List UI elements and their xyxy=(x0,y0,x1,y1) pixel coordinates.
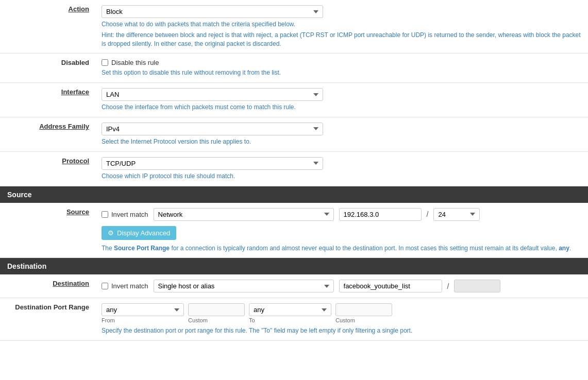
dest-port-to-select[interactable]: any HTTP HTTPS FTP xyxy=(249,303,331,316)
source-network-type-select[interactable]: Network Single host or alias Any LAN net… xyxy=(154,208,334,221)
disabled-label: Disabled xyxy=(61,59,89,66)
protocol-help: Choose which IP protocol this rule shoul… xyxy=(102,172,582,181)
source-section-header: Source xyxy=(0,186,588,203)
dest-port-to-custom[interactable] xyxy=(335,303,392,316)
address-family-select[interactable]: IPv4 IPv6 IPv4+IPv6 xyxy=(102,123,323,135)
protocol-select[interactable]: TCP/UDP TCP UDP ICMP Any xyxy=(102,157,323,170)
destination-type-select[interactable]: Single host or alias Network Any LAN net… xyxy=(154,280,334,292)
source-port-help-cont: this setting must remain at its default … xyxy=(439,245,571,252)
source-port-range-bold: Source Port Range xyxy=(114,245,170,252)
destination-cidr-select[interactable]: 8 16 24 32 xyxy=(454,280,500,292)
disable-rule-checkbox[interactable] xyxy=(102,59,108,66)
dest-port-to-label: To xyxy=(249,317,255,323)
destination-row-label: Destination xyxy=(53,280,89,287)
dest-port-custom-to-label: Custom xyxy=(335,317,355,323)
destination-invert-checkbox[interactable] xyxy=(102,283,108,289)
dest-port-from-label: From xyxy=(102,317,115,323)
dest-port-custom-from-label: Custom xyxy=(188,317,208,323)
source-port-help: The Source Port Range for a connection i… xyxy=(102,244,582,253)
action-help2: Hint: the difference between block and r… xyxy=(102,31,582,48)
protocol-label: Protocol xyxy=(62,157,89,165)
address-family-label: Address Family xyxy=(39,123,89,130)
gear-icon: ⚙ xyxy=(108,229,114,237)
source-ip-input[interactable] xyxy=(339,208,422,221)
action-label: Action xyxy=(69,5,89,13)
destination-slash: / xyxy=(447,282,449,290)
display-advanced-label: Display Advanced xyxy=(117,229,170,237)
dest-port-from-select[interactable]: any HTTP HTTPS FTP xyxy=(102,303,184,316)
disabled-help: Set this option to disable this rule wit… xyxy=(102,68,582,77)
interface-help: Choose the interface from which packets … xyxy=(102,103,582,112)
source-invert-text: Invert match xyxy=(111,211,148,218)
dest-port-help: Specify the destination port or port ran… xyxy=(102,326,582,335)
destination-alias-input[interactable] xyxy=(339,280,442,292)
source-invert-label: Invert match xyxy=(102,211,148,218)
interface-select[interactable]: LAN WAN VLAN xyxy=(102,88,323,101)
dest-port-from-custom[interactable] xyxy=(188,303,245,316)
address-family-help: Select the Internet Protocol version thi… xyxy=(102,137,582,146)
destination-invert-label: Invert match xyxy=(102,282,148,290)
dest-port-range-label: Destination Port Range xyxy=(15,303,89,311)
source-port-any-bold: any xyxy=(559,245,569,252)
display-advanced-button[interactable]: ⚙ Display Advanced xyxy=(102,226,176,240)
source-cidr-select[interactable]: 24 8 16 32 xyxy=(433,208,480,221)
source-invert-checkbox[interactable] xyxy=(102,211,108,218)
source-slash: / xyxy=(427,210,429,218)
destination-section-header: Destination xyxy=(0,258,588,275)
destination-invert-text: Invert match xyxy=(111,282,148,290)
disable-rule-label: Disable this rule xyxy=(102,59,582,66)
action-help1: Choose what to do with packets that matc… xyxy=(102,20,582,29)
action-select[interactable]: Block Pass Reject xyxy=(102,5,323,18)
source-row-label: Source xyxy=(66,208,89,216)
interface-label: Interface xyxy=(61,88,89,96)
disable-rule-text: Disable this rule xyxy=(111,59,159,66)
